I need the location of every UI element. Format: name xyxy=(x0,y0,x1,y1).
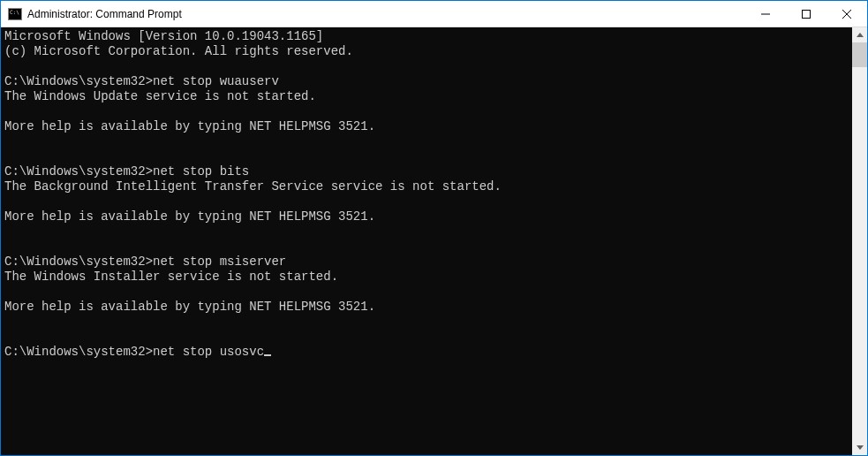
minimize-icon xyxy=(761,10,770,19)
chevron-up-icon xyxy=(857,33,864,37)
command-prompt-icon xyxy=(8,7,22,21)
svg-rect-1 xyxy=(803,10,811,18)
console-line: Microsoft Windows [Version 10.0.19043.11… xyxy=(4,29,323,43)
console-line: The Windows Installer service is not sta… xyxy=(4,270,338,284)
window-controls xyxy=(745,1,867,27)
command-prompt-window: Administrator: Command Prompt Microsoft … xyxy=(0,0,868,456)
window-title: Administrator: Command Prompt xyxy=(27,8,745,20)
console-line: More help is available by typing NET HEL… xyxy=(4,300,375,314)
console-line: C:\Windows\system32>net stop msiserver xyxy=(4,255,286,269)
maximize-button[interactable] xyxy=(786,1,826,27)
minimize-button[interactable] xyxy=(745,1,786,27)
scrollbar-thumb[interactable] xyxy=(852,42,867,67)
console-line: C:\Windows\system32>net stop wuauserv xyxy=(4,74,279,88)
console-wrapper: Microsoft Windows [Version 10.0.19043.11… xyxy=(1,27,867,455)
chevron-down-icon xyxy=(857,445,864,450)
scrollbar-down-arrow[interactable] xyxy=(852,440,867,455)
console-line: The Background Intelligent Transfer Serv… xyxy=(4,179,502,194)
console-output[interactable]: Microsoft Windows [Version 10.0.19043.11… xyxy=(1,27,852,455)
console-line: The Windows Update service is not starte… xyxy=(4,89,316,103)
console-line: C:\Windows\system32>net stop bits xyxy=(4,164,249,179)
console-line: (c) Microsoft Corporation. All rights re… xyxy=(4,44,353,58)
console-line: More help is available by typing NET HEL… xyxy=(4,209,375,224)
close-icon xyxy=(842,10,851,19)
console-line: C:\Windows\system32>net stop usosvc xyxy=(4,345,264,359)
maximize-icon xyxy=(802,10,811,19)
titlebar[interactable]: Administrator: Command Prompt xyxy=(1,1,867,27)
scrollbar-up-arrow[interactable] xyxy=(852,27,867,42)
text-cursor xyxy=(264,354,271,356)
vertical-scrollbar[interactable] xyxy=(852,27,867,455)
svg-marker-5 xyxy=(857,445,864,450)
console-line: More help is available by typing NET HEL… xyxy=(4,119,375,133)
svg-marker-4 xyxy=(857,33,864,37)
close-button[interactable] xyxy=(826,1,867,27)
